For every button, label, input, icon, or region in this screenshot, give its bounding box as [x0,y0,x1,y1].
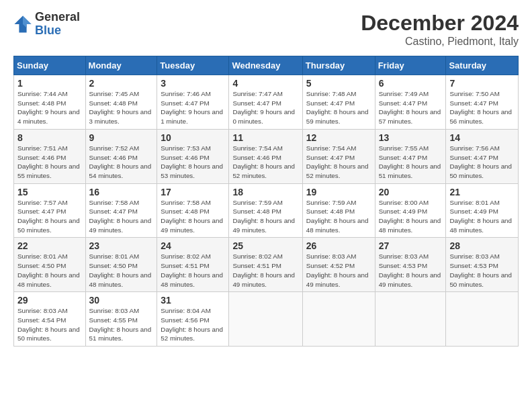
week-row-1: 1 Sunrise: 7:44 AMSunset: 4:48 PMDayligh… [14,75,519,130]
day-number: 7 [449,78,515,89]
day-cell: 5 Sunrise: 7:48 AMSunset: 4:47 PMDayligh… [302,75,375,130]
day-number: 3 [161,78,225,89]
logo-icon [13,15,32,34]
day-info: Sunrise: 7:53 AMSunset: 4:46 PMDaylight:… [161,144,223,179]
day-cell: 14 Sunrise: 7:56 AMSunset: 4:47 PMDaylig… [446,129,519,183]
day-cell [375,292,446,347]
day-cell: 12 Sunrise: 7:54 AMSunset: 4:47 PMDaylig… [302,129,375,183]
main-title: December 2024 [361,11,519,36]
day-info: Sunrise: 8:02 AMSunset: 4:51 PMDaylight:… [232,253,295,287]
day-number: 29 [17,295,82,306]
logo-general-text: General [35,11,80,24]
day-number: 2 [89,78,154,89]
day-info: Sunrise: 8:03 AMSunset: 4:52 PMDaylight:… [306,253,369,287]
day-info: Sunrise: 7:56 AMSunset: 4:47 PMDaylight:… [449,144,512,179]
day-info: Sunrise: 8:01 AMSunset: 4:50 PMDaylight:… [17,253,80,287]
day-number: 22 [17,240,82,251]
day-number: 11 [232,132,298,143]
day-info: Sunrise: 7:59 AMSunset: 4:48 PMDaylight:… [306,199,369,234]
day-number: 9 [89,132,154,143]
col-friday: Friday [375,56,446,75]
day-number: 6 [379,78,443,89]
day-number: 25 [232,240,298,251]
day-cell: 20 Sunrise: 8:00 AMSunset: 4:49 PMDaylig… [375,183,446,238]
day-cell: 18 Sunrise: 7:59 AMSunset: 4:48 PMDaylig… [229,183,302,238]
day-cell [229,292,302,347]
day-number: 30 [89,295,154,306]
day-number: 18 [232,187,298,197]
day-cell: 11 Sunrise: 7:54 AMSunset: 4:46 PMDaylig… [229,129,302,183]
day-cell: 27 Sunrise: 8:03 AMSunset: 4:53 PMDaylig… [375,238,446,292]
day-cell: 19 Sunrise: 7:59 AMSunset: 4:48 PMDaylig… [302,183,375,238]
day-info: Sunrise: 7:52 AMSunset: 4:46 PMDaylight:… [89,144,152,179]
day-info: Sunrise: 7:47 AMSunset: 4:47 PMDaylight:… [232,90,295,125]
logo: General Blue [13,11,80,38]
week-row-3: 15 Sunrise: 7:57 AMSunset: 4:47 PMDaylig… [14,183,519,238]
day-cell: 29 Sunrise: 8:03 AMSunset: 4:54 PMDaylig… [14,292,86,347]
day-info: Sunrise: 7:54 AMSunset: 4:46 PMDaylight:… [232,144,295,179]
day-cell: 24 Sunrise: 8:02 AMSunset: 4:51 PMDaylig… [157,238,229,292]
day-number: 24 [161,240,225,251]
day-number: 4 [232,78,298,89]
day-number: 1 [17,78,82,89]
day-info: Sunrise: 7:48 AMSunset: 4:47 PMDaylight:… [306,90,369,125]
day-cell: 1 Sunrise: 7:44 AMSunset: 4:48 PMDayligh… [14,75,86,130]
logo-blue-text: Blue [35,24,80,38]
day-cell: 21 Sunrise: 8:01 AMSunset: 4:49 PMDaylig… [446,183,519,238]
day-number: 21 [449,187,515,197]
day-cell: 8 Sunrise: 7:51 AMSunset: 4:46 PMDayligh… [14,129,86,183]
day-number: 5 [306,78,371,89]
day-cell: 2 Sunrise: 7:45 AMSunset: 4:48 PMDayligh… [85,75,157,130]
col-wednesday: Wednesday [229,56,302,75]
logo-text: General Blue [35,11,80,38]
day-info: Sunrise: 7:57 AMSunset: 4:47 PMDaylight:… [17,199,80,234]
day-cell: 23 Sunrise: 8:01 AMSunset: 4:50 PMDaylig… [85,238,157,292]
col-tuesday: Tuesday [157,56,229,75]
day-cell: 30 Sunrise: 8:03 AMSunset: 4:55 PMDaylig… [85,292,157,347]
day-info: Sunrise: 8:01 AMSunset: 4:50 PMDaylight:… [89,253,152,287]
day-info: Sunrise: 7:46 AMSunset: 4:47 PMDaylight:… [161,90,223,125]
day-info: Sunrise: 8:03 AMSunset: 4:53 PMDaylight:… [379,253,441,287]
day-cell: 6 Sunrise: 7:49 AMSunset: 4:47 PMDayligh… [375,75,446,130]
day-info: Sunrise: 7:58 AMSunset: 4:48 PMDaylight:… [161,199,223,234]
day-info: Sunrise: 8:03 AMSunset: 4:54 PMDaylight:… [17,307,80,342]
col-thursday: Thursday [302,56,375,75]
calendar-table: Sunday Monday Tuesday Wednesday Thursday… [13,56,519,347]
day-number: 27 [379,240,443,251]
day-cell: 10 Sunrise: 7:53 AMSunset: 4:46 PMDaylig… [157,129,229,183]
day-cell: 7 Sunrise: 7:50 AMSunset: 4:47 PMDayligh… [446,75,519,130]
title-section: December 2024 Castino, Piedmont, Italy [361,11,519,48]
day-number: 12 [306,132,371,143]
day-cell: 13 Sunrise: 7:55 AMSunset: 4:47 PMDaylig… [375,129,446,183]
day-info: Sunrise: 8:02 AMSunset: 4:51 PMDaylight:… [161,253,223,287]
day-cell: 17 Sunrise: 7:58 AMSunset: 4:48 PMDaylig… [157,183,229,238]
day-number: 14 [449,132,515,143]
day-number: 20 [379,187,443,197]
day-number: 26 [306,240,371,251]
col-sunday: Sunday [14,56,86,75]
day-cell: 28 Sunrise: 8:03 AMSunset: 4:53 PMDaylig… [446,238,519,292]
day-info: Sunrise: 7:50 AMSunset: 4:47 PMDaylight:… [449,90,512,125]
day-info: Sunrise: 7:58 AMSunset: 4:47 PMDaylight:… [89,199,152,234]
day-number: 28 [449,240,515,251]
day-cell: 25 Sunrise: 8:02 AMSunset: 4:51 PMDaylig… [229,238,302,292]
day-number: 15 [17,187,82,197]
day-cell [446,292,519,347]
day-info: Sunrise: 7:51 AMSunset: 4:46 PMDaylight:… [17,144,80,179]
day-info: Sunrise: 8:04 AMSunset: 4:56 PMDaylight:… [161,307,223,342]
day-info: Sunrise: 8:01 AMSunset: 4:49 PMDaylight:… [449,199,512,234]
day-cell: 9 Sunrise: 7:52 AMSunset: 4:46 PMDayligh… [85,129,157,183]
day-info: Sunrise: 7:55 AMSunset: 4:47 PMDaylight:… [379,144,441,179]
day-info: Sunrise: 7:45 AMSunset: 4:48 PMDaylight:… [89,90,152,125]
day-info: Sunrise: 7:59 AMSunset: 4:48 PMDaylight:… [232,199,295,234]
calendar-header-row: Sunday Monday Tuesday Wednesday Thursday… [14,56,519,75]
day-info: Sunrise: 7:44 AMSunset: 4:48 PMDaylight:… [17,90,80,125]
day-number: 13 [379,132,443,143]
day-cell: 3 Sunrise: 7:46 AMSunset: 4:47 PMDayligh… [157,75,229,130]
day-cell [302,292,375,347]
day-number: 23 [89,240,154,251]
day-cell: 15 Sunrise: 7:57 AMSunset: 4:47 PMDaylig… [14,183,86,238]
day-info: Sunrise: 7:49 AMSunset: 4:47 PMDaylight:… [379,90,441,125]
page: General Blue December 2024 Castino, Pied… [0,0,532,411]
day-cell: 31 Sunrise: 8:04 AMSunset: 4:56 PMDaylig… [157,292,229,347]
